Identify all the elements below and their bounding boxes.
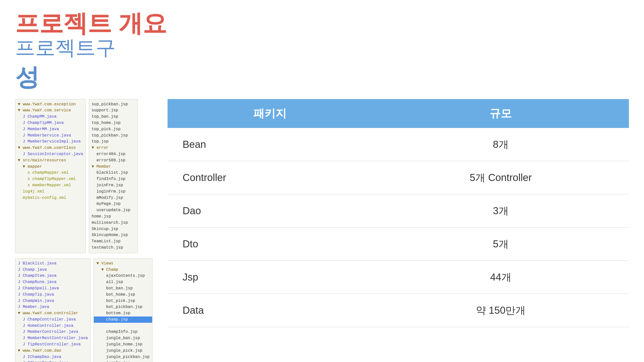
package-table-container: 패키지 규모 Bean8개Controller5개 ControllerDao3… [168,99,629,362]
package-size-cell: 약 150만개 [373,294,629,327]
sub-title: 프로젝트구 [15,37,629,59]
package-name-cell: Bean [168,128,373,161]
package-name-cell: Jsp [168,260,373,294]
package-name-cell: Dao [168,194,373,227]
table-row: Dao3개 [168,194,629,227]
screenshot-row-1: ▼ www.YwaY.com.exception ▼ www.YwaY.com.… [15,99,152,253]
code-panel-2: sup_pickban.jsp support.jsp top_ban.jsp … [89,99,138,253]
code-panel-1: ▼ www.YwaY.com.exception ▼ www.YwaY.com.… [15,99,86,253]
main-title: 프로젝트 개요 [15,10,629,37]
table-row: Bean8개 [168,128,629,161]
code-panel-4: ▼ Views ▼ Champ ajaxContents.jsp all.jsp… [94,258,152,362]
package-size-cell: 8개 [373,128,629,161]
table-header-row: 패키지 규모 [168,99,629,128]
code-panel-3: J Blacklist.java J Champ.java J ChampIte… [15,258,91,362]
package-size-cell: 3개 [373,194,629,227]
package-size-cell: 5개 [373,227,629,260]
table-row: Data약 150만개 [168,294,629,327]
package-name-cell: Dto [168,227,373,260]
table-row: Dto5개 [168,227,629,260]
screenshots-column: ▼ www.YwaY.com.exception ▼ www.YwaY.com.… [15,99,152,362]
screenshot-row-2: J Blacklist.java J Champ.java J ChampIte… [15,258,152,362]
table-row: Controller5개 Controller [168,161,629,194]
table-row: Jsp44개 [168,260,629,294]
section-label: 성 [15,61,629,94]
package-table: 패키지 규모 Bean8개Controller5개 ControllerDao3… [168,99,629,327]
package-size-cell: 5개 Controller [373,161,629,194]
col-header-size: 규모 [373,99,629,128]
package-name-cell: Controller [168,161,373,194]
col-header-package: 패키지 [168,99,373,128]
package-size-cell: 44개 [373,260,629,294]
package-name-cell: Data [168,294,373,327]
